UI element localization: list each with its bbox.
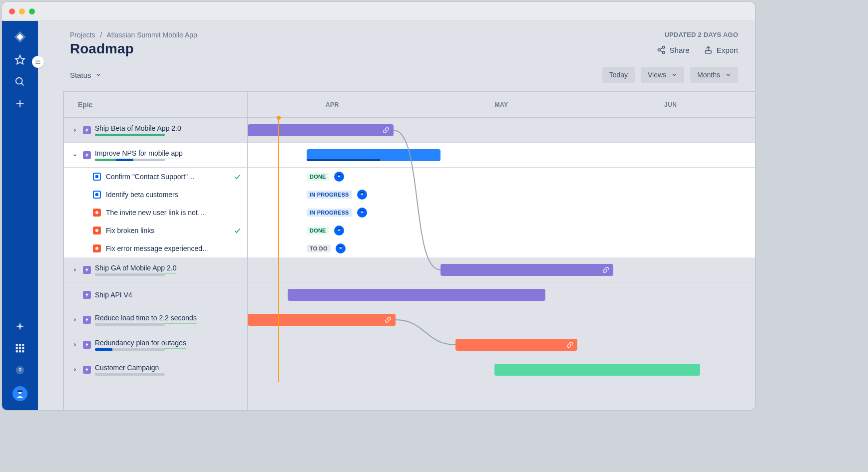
epic-type-icon [83, 366, 91, 374]
timeline-lane[interactable] [248, 118, 755, 143]
assignee-avatar[interactable] [357, 208, 367, 218]
epic-bar[interactable] [248, 314, 396, 326]
epic-row[interactable]: Ship API V4 [64, 282, 247, 307]
month-header: JUN [586, 92, 755, 117]
help-icon[interactable]: ? [14, 364, 26, 376]
epic-bar[interactable] [288, 289, 545, 301]
timeline-lane[interactable] [248, 357, 755, 382]
svg-line-25 [660, 50, 662, 52]
task-lane: TO DO [248, 239, 755, 257]
epic-row[interactable]: Ship Beta of Mobile App 2.0 [64, 118, 247, 143]
titlebar [2, 2, 755, 21]
svg-rect-36 [339, 246, 342, 247]
svg-rect-7 [22, 344, 24, 346]
task-title: Fix error message experienced… [106, 244, 241, 252]
notifications-icon[interactable] [14, 320, 26, 332]
task-title: Fix broken links [106, 227, 228, 235]
task-row[interactable]: The invite new user link is not… [64, 204, 247, 222]
epic-title: Redundancy plan for outages [95, 339, 241, 347]
epic-row[interactable]: Customer Campaign [64, 357, 247, 382]
window-minimize[interactable] [19, 8, 25, 14]
search-icon[interactable] [14, 76, 26, 88]
story-icon [93, 191, 101, 199]
expand-toggle[interactable] [71, 342, 79, 347]
status-badge: IN PROGRESS [307, 191, 352, 199]
range-dropdown[interactable]: Months [690, 67, 738, 83]
app-switcher-icon[interactable] [14, 342, 26, 354]
star-icon[interactable] [14, 54, 26, 66]
story-icon [93, 173, 101, 181]
collapse-sidebar-button[interactable] [32, 56, 44, 68]
task-lane: IN PROGRESS [248, 186, 755, 204]
views-dropdown[interactable]: Views [641, 67, 684, 83]
jira-logo-icon[interactable] [13, 30, 27, 44]
profile-avatar[interactable] [12, 386, 27, 401]
task-row[interactable]: Identify beta customers [64, 186, 247, 204]
epic-bar[interactable] [455, 339, 577, 351]
today-button[interactable]: Today [602, 67, 635, 83]
assignee-avatar[interactable] [334, 226, 344, 236]
task-row[interactable]: Confirm "Contact Support"… [64, 168, 247, 186]
svg-rect-10 [22, 347, 24, 349]
svg-line-24 [660, 48, 662, 49]
breadcrumb-project[interactable]: Atlassian Summit Mobile App [106, 31, 197, 39]
epic-row[interactable]: Redundancy plan for outages [64, 332, 247, 357]
assignee-avatar[interactable] [334, 172, 344, 182]
epic-row[interactable]: Reduce load time to 2.2 seconds [64, 307, 247, 332]
timeline-lane[interactable] [248, 282, 755, 307]
assignee-avatar[interactable] [336, 243, 346, 253]
window-maximize[interactable] [29, 8, 35, 14]
timeline-lane[interactable] [248, 257, 755, 282]
window-close[interactable] [9, 8, 15, 14]
svg-rect-26 [705, 51, 711, 53]
epic-column-header: Epic [64, 92, 247, 118]
svg-rect-30 [360, 192, 364, 193]
today-marker [278, 118, 279, 382]
epic-row[interactable]: Ship GA of Mobile App 2.0 [64, 257, 247, 282]
task-lane: DONE [248, 222, 755, 239]
link-icon [566, 341, 573, 348]
epic-bar[interactable] [248, 124, 394, 136]
svg-line-2 [21, 83, 24, 86]
epic-type-icon [83, 266, 91, 274]
expand-toggle[interactable] [71, 128, 79, 133]
epic-type-icon [83, 316, 91, 324]
expand-toggle[interactable] [71, 367, 79, 372]
create-icon[interactable] [14, 98, 26, 110]
svg-rect-8 [16, 347, 18, 349]
share-button[interactable]: Share [657, 45, 690, 54]
epic-progress [95, 273, 165, 276]
bug-icon [93, 227, 101, 235]
expand-toggle[interactable] [71, 267, 79, 272]
export-button[interactable]: Export [704, 45, 738, 54]
assignee-avatar[interactable] [357, 190, 367, 200]
epic-title: Customer Campaign [95, 364, 241, 372]
breadcrumb-root[interactable]: Projects [70, 31, 95, 39]
share-icon [657, 45, 666, 54]
svg-rect-12 [19, 350, 21, 352]
expand-toggle[interactable] [71, 317, 79, 322]
timeline-lane[interactable] [248, 143, 755, 168]
chevron-down-icon [671, 72, 677, 78]
link-icon [602, 266, 609, 273]
status-filter[interactable]: Status [70, 71, 101, 79]
task-row[interactable]: Fix error message experienced… [64, 239, 247, 257]
epic-type-icon [83, 341, 91, 349]
roadmap-grid: Epic Ship Beta of Mobile App 2.0Improve … [63, 91, 755, 410]
epic-bar[interactable] [440, 264, 613, 276]
task-row[interactable]: Fix broken links [64, 222, 247, 239]
chevron-down-icon [725, 72, 731, 78]
epic-row[interactable]: Improve NPS for mobile app [64, 143, 247, 168]
timeline-lane[interactable] [248, 307, 755, 332]
expand-toggle[interactable] [71, 153, 79, 158]
done-check-icon [233, 227, 241, 235]
task-title: Identify beta customers [106, 191, 241, 199]
epic-type-icon [83, 291, 91, 299]
epic-bar[interactable] [307, 149, 440, 161]
timeline-lane[interactable] [248, 332, 755, 357]
svg-rect-28 [337, 174, 341, 175]
page-title: Roadmap [70, 41, 197, 57]
breadcrumb: Projects / Atlassian Summit Mobile App [70, 31, 197, 39]
epic-bar[interactable] [494, 364, 700, 376]
timeline[interactable]: APRMAYJUN DONEIN PROGRESSIN PROGRESSDONE… [248, 92, 755, 410]
